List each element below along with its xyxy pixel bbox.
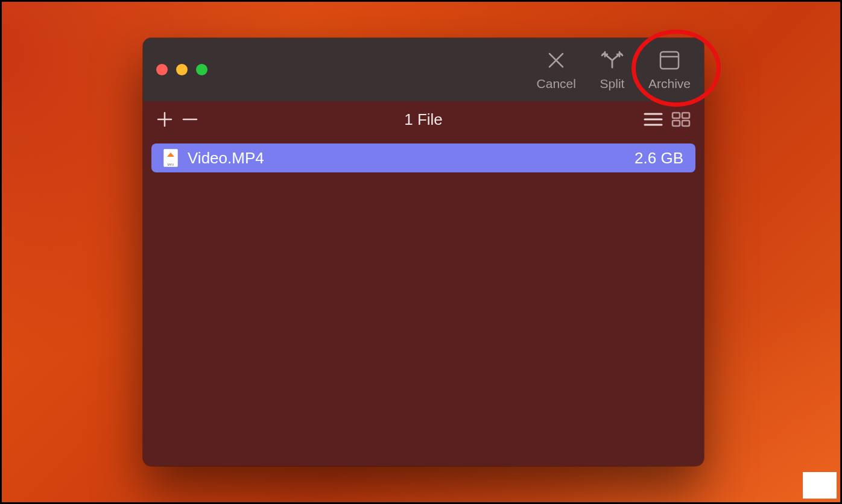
archive-button[interactable]: Archive <box>648 49 691 91</box>
subheader: 1 File <box>143 101 704 137</box>
add-file-button[interactable] <box>156 111 174 128</box>
file-count-label: 1 File <box>404 110 443 129</box>
app-window: Cancel Split Archive <box>143 38 704 466</box>
cancel-label: Cancel <box>537 77 576 91</box>
titlebar: Cancel Split Archive <box>143 38 704 101</box>
toolbar-actions: Cancel Split Archive <box>537 49 691 91</box>
archive-box-icon <box>659 49 680 72</box>
file-list: M4V Video.MP4 2.6 GB <box>143 137 704 466</box>
list-view-button[interactable] <box>644 112 663 127</box>
minimize-window-button[interactable] <box>176 64 188 75</box>
add-remove-controls <box>156 111 200 128</box>
remove-file-button[interactable] <box>182 111 200 128</box>
file-size: 2.6 GB <box>635 149 683 168</box>
split-button[interactable]: Split <box>593 49 632 91</box>
svg-rect-5 <box>673 113 680 118</box>
archive-label: Archive <box>648 77 691 91</box>
file-name: Video.MP4 <box>188 149 264 168</box>
cancel-button[interactable]: Cancel <box>537 49 576 91</box>
view-toggle-group <box>644 112 691 127</box>
split-label: Split <box>600 77 625 91</box>
svg-rect-8 <box>682 121 689 126</box>
svg-rect-7 <box>673 121 680 126</box>
svg-rect-0 <box>660 52 679 69</box>
traffic-lights <box>156 64 207 75</box>
svg-rect-6 <box>682 113 689 118</box>
video-file-icon: M4V <box>163 149 178 167</box>
watermark <box>803 472 837 499</box>
grid-view-button[interactable] <box>671 112 691 127</box>
close-window-button[interactable] <box>156 64 168 75</box>
split-icon <box>600 49 624 72</box>
file-row[interactable]: M4V Video.MP4 2.6 GB <box>151 143 695 172</box>
maximize-window-button[interactable] <box>196 64 207 75</box>
x-icon <box>546 49 566 72</box>
